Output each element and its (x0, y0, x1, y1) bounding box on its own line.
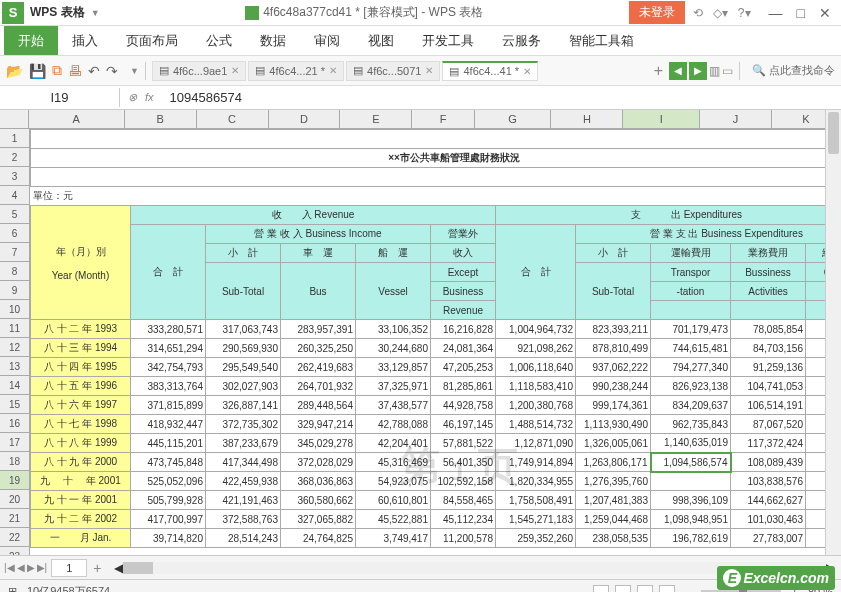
doc-tab-1[interactable]: ▤4f6c...9ae1✕ (152, 61, 246, 81)
doc-tab-3[interactable]: ▤4f6c...5071✕ (346, 61, 440, 81)
year-cell[interactable]: 九 十 年 2001 (31, 472, 131, 491)
col-header-F[interactable]: F (412, 110, 474, 128)
horizontal-scroll-thumb[interactable] (123, 562, 153, 574)
menu-page-layout[interactable]: 页面布局 (112, 26, 192, 55)
view-break-button[interactable] (637, 585, 653, 593)
add-sheet-button[interactable]: + (87, 560, 107, 576)
row-header-21[interactable]: 21 (0, 509, 29, 528)
tab-next-button[interactable]: ▶ (689, 62, 707, 80)
row-header-15[interactable]: 15 (0, 395, 29, 414)
year-cell[interactable]: 九 十 二 年 2002 (31, 510, 131, 529)
col-header-G[interactable]: G (475, 110, 552, 128)
open-folder-icon[interactable]: 📂 (6, 63, 23, 79)
view-normal-button[interactable] (593, 585, 609, 593)
col-header-I[interactable]: I (623, 110, 700, 128)
doc-tab-close-icon[interactable]: ✕ (231, 65, 239, 76)
search-command[interactable]: 🔍 点此查找命令 (752, 63, 835, 78)
col-header-A[interactable]: A (29, 110, 125, 128)
formula-input[interactable]: 1094586574 (162, 88, 841, 107)
hscroll-left-icon[interactable]: ◀ (114, 561, 123, 575)
menu-smart-tools[interactable]: 智能工具箱 (555, 26, 648, 55)
year-cell[interactable]: 八 十 三 年 1994 (31, 339, 131, 358)
col-header-H[interactable]: H (551, 110, 623, 128)
login-button[interactable]: 未登录 (629, 1, 685, 24)
menu-formula[interactable]: 公式 (192, 26, 246, 55)
row-header-1[interactable]: 1 (0, 129, 29, 148)
menu-start[interactable]: 开始 (4, 26, 58, 55)
row-header-22[interactable]: 22 (0, 528, 29, 547)
row-header-4[interactable]: 4 (0, 186, 29, 205)
sheet-first-button[interactable]: |◀ (4, 562, 15, 573)
row-header-5[interactable]: 5 (0, 205, 29, 224)
col-header-J[interactable]: J (700, 110, 772, 128)
print-icon[interactable]: 🖶 (68, 63, 82, 79)
row-header-23[interactable]: 23 (0, 547, 29, 555)
fx-icon[interactable]: fx (145, 91, 154, 104)
qat-dropdown-icon[interactable]: ▼ (130, 66, 139, 76)
doc-tab-close-icon[interactable]: ✕ (523, 66, 531, 77)
row-header-16[interactable]: 16 (0, 414, 29, 433)
col-header-C[interactable]: C (197, 110, 269, 128)
vertical-scrollbar[interactable] (825, 110, 841, 555)
vertical-scroll-thumb[interactable] (828, 112, 839, 154)
help-icon[interactable]: ?▾ (738, 6, 751, 20)
sheet-prev-button[interactable]: ◀ (17, 562, 25, 573)
row-header-9[interactable]: 9 (0, 281, 29, 300)
minimize-button[interactable]: — (769, 5, 783, 21)
doc-tab-close-icon[interactable]: ✕ (329, 65, 337, 76)
menu-view[interactable]: 视图 (354, 26, 408, 55)
row-header-19[interactable]: 19 (0, 471, 29, 490)
save-icon[interactable]: 💾 (29, 63, 46, 79)
col-header-B[interactable]: B (125, 110, 197, 128)
doc-tab-2[interactable]: ▤4f6c4...21 *✕ (248, 61, 344, 81)
grid-cells[interactable]: ××市公共車船管理處財務狀況單位：元年（月）別Year (Month)收 入 R… (30, 129, 841, 555)
hdr-year[interactable]: 年（月）別Year (Month) (31, 206, 131, 320)
menu-cloud[interactable]: 云服务 (488, 26, 555, 55)
active-cell[interactable]: 1,094,586,574 (651, 453, 731, 472)
doc-tab-4[interactable]: ▤4f6c4...41 *✕ (442, 61, 538, 81)
year-cell[interactable]: 八 十 五 年 1996 (31, 377, 131, 396)
sheet-last-button[interactable]: ▶| (37, 562, 48, 573)
sheet-tab-1[interactable]: 1 (51, 559, 87, 577)
row-header-11[interactable]: 11 (0, 319, 29, 338)
year-cell[interactable]: 八 十 四 年 1995 (31, 358, 131, 377)
col-header-D[interactable]: D (269, 110, 341, 128)
row-header-10[interactable]: 10 (0, 300, 29, 319)
print-preview-icon[interactable]: ⧉ (52, 62, 62, 79)
row-header-18[interactable]: 18 (0, 452, 29, 471)
tab-window-button[interactable]: ▭ (722, 64, 733, 78)
sync-icon[interactable]: ⟲ (693, 6, 703, 20)
cancel-formula-icon[interactable]: ⊗ (128, 91, 137, 104)
menu-review[interactable]: 审阅 (300, 26, 354, 55)
cell-reference-box[interactable]: I19 (0, 88, 120, 107)
row-header-14[interactable]: 14 (0, 376, 29, 395)
view-page-button[interactable] (615, 585, 631, 593)
menu-insert[interactable]: 插入 (58, 26, 112, 55)
view-reading-button[interactable] (659, 585, 675, 593)
row-header-7[interactable]: 7 (0, 243, 29, 262)
menu-dev-tools[interactable]: 开发工具 (408, 26, 488, 55)
row-header-17[interactable]: 17 (0, 433, 29, 452)
tab-list-button[interactable]: ▥ (709, 64, 720, 78)
row-header-6[interactable]: 6 (0, 224, 29, 243)
year-cell[interactable]: 九 十 一 年 2001 (31, 491, 131, 510)
year-cell[interactable]: 八 十 六 年 1997 (31, 396, 131, 415)
select-all-corner[interactable] (0, 110, 29, 128)
row-header-13[interactable]: 13 (0, 357, 29, 376)
year-cell[interactable]: 八 十 七 年 1998 (31, 415, 131, 434)
year-cell[interactable]: 一 月 Jan. (31, 529, 131, 548)
zoom-out-button[interactable]: − (685, 586, 691, 593)
doc-tab-close-icon[interactable]: ✕ (425, 65, 433, 76)
sheet-next-button[interactable]: ▶ (27, 562, 35, 573)
year-cell[interactable]: 八 十 八 年 1999 (31, 434, 131, 453)
redo-icon[interactable]: ↷ (106, 63, 118, 79)
row-header-3[interactable]: 3 (0, 167, 29, 186)
cloud-icon[interactable]: ◇▾ (713, 6, 728, 20)
new-tab-button[interactable]: + (650, 62, 667, 80)
menu-data[interactable]: 数据 (246, 26, 300, 55)
tab-prev-button[interactable]: ◀ (669, 62, 687, 80)
close-button[interactable]: ✕ (819, 5, 831, 21)
year-cell[interactable]: 八 十 九 年 2000 (31, 453, 131, 472)
col-header-E[interactable]: E (340, 110, 412, 128)
row-header-2[interactable]: 2 (0, 148, 29, 167)
